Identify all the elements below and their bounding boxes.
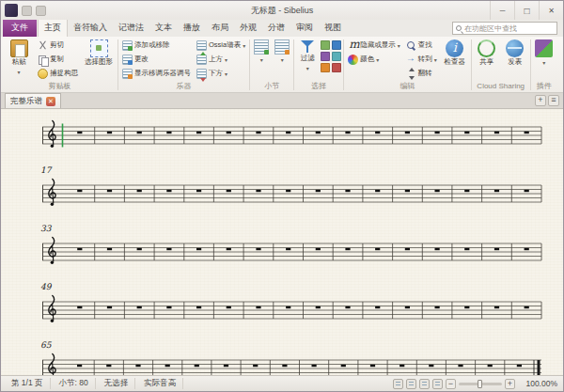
select-more-button[interactable] <box>332 40 341 50</box>
tab-list-icon[interactable] <box>548 95 559 106</box>
group-label-instruments: 乐器 <box>120 82 247 92</box>
plugins-icon <box>535 39 553 57</box>
tab-appearance[interactable]: 外观 <box>234 20 262 37</box>
chevron-down-icon <box>306 63 309 72</box>
chevron-down-icon <box>17 67 20 76</box>
staff-svg <box>42 118 542 150</box>
delete-bar-button[interactable] <box>273 39 291 65</box>
copy-button[interactable]: 复制 <box>36 53 80 66</box>
flip-button[interactable]: 翻转 <box>404 67 439 80</box>
group-label-edit: 编辑 <box>346 82 469 92</box>
tab-parts[interactable]: 分谱 <box>262 20 290 37</box>
staff-system[interactable]: 33 <box>42 235 542 267</box>
tab-file[interactable]: 文件 <box>3 20 37 37</box>
find-button[interactable]: 查找 <box>404 39 439 52</box>
cut-button[interactable]: 剪切 <box>36 39 80 52</box>
tab-text[interactable]: 文本 <box>149 20 178 37</box>
page-view-icon[interactable] <box>406 379 416 389</box>
chevron-down-icon <box>243 41 245 50</box>
window-controls <box>490 1 563 20</box>
zoom-slider-thumb[interactable] <box>478 380 482 388</box>
select-bars-button[interactable] <box>321 52 330 61</box>
ossia-staff-button[interactable]: Ossia谱表 <box>195 39 247 52</box>
find-icon <box>406 40 416 51</box>
select-graphic-icon <box>90 39 108 57</box>
minimize-button[interactable] <box>490 1 514 20</box>
staff-above-button[interactable]: 上方 <box>195 53 247 66</box>
tab-layout[interactable]: 布局 <box>206 20 234 37</box>
zoom-level: 100.00% <box>518 379 559 388</box>
goto-button[interactable]: 转到 <box>404 53 439 66</box>
zoom-slider[interactable] <box>459 383 502 385</box>
deselect-button[interactable] <box>321 63 330 72</box>
ribbon-group-clipboard: 粘贴 剪切 复制 捕捉构思 <box>2 38 118 92</box>
select-graphic-small-button[interactable] <box>332 52 341 61</box>
paste-button[interactable]: 粘贴 <box>4 39 34 77</box>
capture-idea-button[interactable]: 捕捉构思 <box>36 67 80 80</box>
statusbar: 第 1/1 页 小节: 80 无选择 实际音高 − + 100.00% <box>1 375 563 391</box>
copy-icon <box>38 55 48 65</box>
add-bar-button[interactable] <box>252 39 271 65</box>
tab-home[interactable]: 主页 <box>38 19 68 37</box>
select-graphic-button[interactable]: 选择图形 <box>82 39 116 68</box>
transposing-score-icon <box>122 69 133 79</box>
panorama-view-icon[interactable] <box>393 379 403 389</box>
group-label-cloud-sharing: Cloud Sharing <box>474 82 528 92</box>
transposing-score-button[interactable]: 显示移调乐器调号 <box>120 67 193 80</box>
document-tab-label: 完整乐谱 <box>10 96 42 107</box>
share-button[interactable]: 共享 <box>474 39 500 68</box>
chevron-down-icon <box>434 55 437 64</box>
new-tab-icon[interactable] <box>535 95 546 106</box>
staff-system[interactable]: 17 <box>42 177 542 209</box>
ribbon-search-input[interactable]: 在功能区中查找 <box>452 22 557 35</box>
maximize-button[interactable] <box>514 1 539 20</box>
tab-note-input[interactable]: 音符输入 <box>68 20 113 37</box>
staff-system[interactable]: 65 <box>42 352 542 375</box>
app-icon[interactable] <box>5 4 18 17</box>
tab-play[interactable]: 播放 <box>178 20 206 37</box>
search-placeholder: 在功能区中查找 <box>464 24 517 34</box>
chevron-down-icon <box>225 55 227 64</box>
group-label-select: 选择 <box>296 82 341 92</box>
select-invert-button[interactable] <box>332 63 341 72</box>
chevron-down-icon <box>376 55 379 64</box>
close-button[interactable] <box>539 1 563 20</box>
staff-below-icon <box>196 69 207 79</box>
tab-notations[interactable]: 记谱法 <box>113 20 149 37</box>
group-label-plugins: 插件 <box>533 82 556 92</box>
change-instrument-button[interactable]: 更改 <box>120 53 193 66</box>
add-remove-instruments-button[interactable]: 添加或移除 <box>120 39 193 52</box>
zoom-in-button[interactable]: + <box>505 379 515 389</box>
single-page-view-icon[interactable] <box>432 379 443 389</box>
chevron-down-icon <box>225 70 227 78</box>
tab-view[interactable]: 视图 <box>319 20 347 37</box>
select-all-button[interactable] <box>321 40 330 50</box>
save-icon[interactable] <box>22 6 32 16</box>
staff-below-button[interactable]: 下方 <box>195 67 247 80</box>
inspector-icon <box>446 39 463 57</box>
hide-show-button[interactable]: 隐藏或显示 <box>346 39 402 52</box>
zoom-out-button[interactable]: − <box>446 379 456 389</box>
filter-button[interactable]: 过滤 <box>296 39 319 73</box>
color-button[interactable]: 颜色 <box>346 53 402 66</box>
publish-button[interactable]: 发表 <box>502 39 528 68</box>
score-page[interactable]: 17334965 <box>1 109 563 375</box>
ribbon-group-cloud-sharing: 共享 发表 Cloud Sharing <box>472 38 530 92</box>
tab-review[interactable]: 审阅 <box>290 20 319 37</box>
paste-icon <box>10 39 28 57</box>
ossia-icon <box>196 40 207 51</box>
ribbon-group-bars: 小节 <box>250 38 293 92</box>
inspector-button[interactable]: 检查器 <box>441 39 469 68</box>
staff-system[interactable] <box>42 118 542 150</box>
spread-view-icon[interactable] <box>419 379 430 389</box>
measure-number: 65 <box>40 340 51 350</box>
undo-icon[interactable] <box>36 6 46 16</box>
close-tab-icon[interactable] <box>46 97 55 106</box>
plugins-button[interactable] <box>533 39 556 68</box>
staff-system[interactable]: 49 <box>42 293 542 325</box>
document-tab-full-score[interactable]: 完整乐谱 <box>5 93 61 108</box>
titlebar: 无标题 - Sibelius <box>1 1 563 20</box>
ribbon-group-select: 过滤 选择 <box>294 38 343 92</box>
publish-icon <box>506 39 524 57</box>
measure-number: 33 <box>40 224 51 233</box>
